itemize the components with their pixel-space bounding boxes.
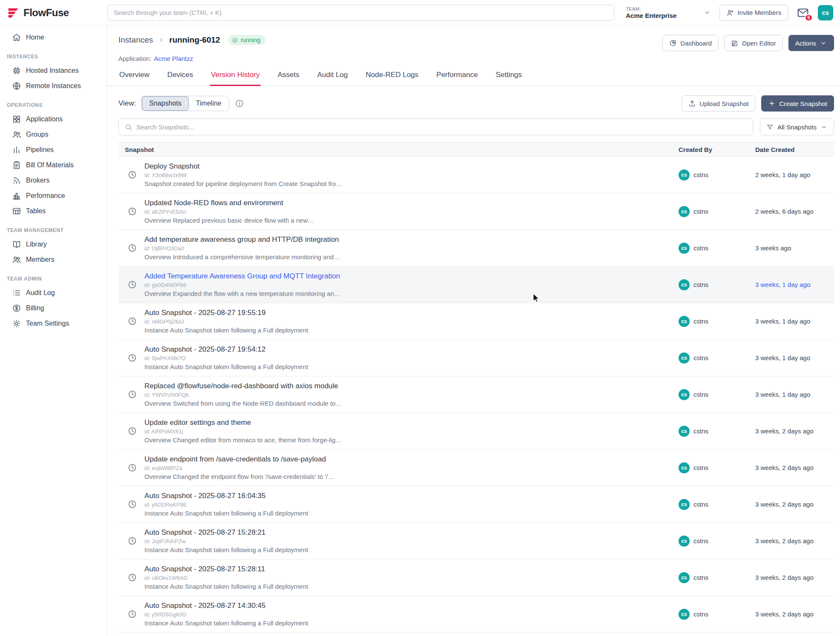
sidebar-section-title: INSTANCES — [0, 45, 107, 63]
chart-pie-icon — [669, 39, 677, 47]
global-search-input[interactable] — [107, 5, 614, 21]
snapshot-title[interactable]: Updated Node-RED flows and environment — [144, 199, 314, 207]
snapshot-title[interactable]: Replaced @flowfuse/node-red-dashboard wi… — [144, 382, 342, 390]
upload-snapshot-button[interactable]: Upload Snapshot — [682, 95, 755, 112]
sidebar-item-members[interactable]: Members — [0, 252, 107, 267]
author-name: cstns — [693, 610, 708, 618]
sidebar-item-billing[interactable]: Billing — [0, 301, 107, 316]
breadcrumb-instances-link[interactable]: Instances — [118, 35, 153, 45]
snapshot-title[interactable]: Auto Snapshot - 2025-08-27 19:55:19 — [144, 309, 308, 317]
snapshot-title[interactable]: Auto Snapshot - 2025-08-27 19:54:12 — [144, 345, 308, 354]
team-selector[interactable]: TEAM: Acme Enterprise — [626, 6, 711, 19]
sidebar-item-groups[interactable]: Groups — [0, 127, 107, 142]
sidebar-item-pipelines[interactable]: Pipelines — [0, 142, 107, 158]
sidebar-item-library[interactable]: Library — [0, 237, 107, 252]
clock-icon — [127, 243, 137, 253]
snapshot-title[interactable]: Update endpoint from /save-credentials t… — [144, 455, 334, 464]
tab-version-history[interactable]: Version History — [210, 68, 260, 86]
snapshot-cell: Updated Node-RED flows and environmentid… — [118, 199, 679, 224]
sidebar-item-audit-log[interactable]: Audit Log — [0, 285, 107, 301]
sidebar-item-home[interactable]: Home — [0, 30, 107, 45]
chip-icon — [12, 66, 21, 75]
table-row[interactable]: Update editor settings and themeid: AlRP… — [118, 413, 834, 450]
dashboard-button[interactable]: Dashboard — [662, 35, 718, 51]
clock-icon — [127, 280, 137, 289]
chevron-right-icon — [157, 36, 165, 44]
sidebar: HomeINSTANCESHosted InstancesRemote Inst… — [0, 26, 107, 636]
table-row[interactable]: Auto Snapshot - 2025-08-27 16:04:35id: y… — [118, 486, 834, 523]
status-ring-icon — [232, 37, 238, 43]
date-created-cell: 3 weeks, 1 day ago — [755, 354, 834, 361]
table-row[interactable]: Add temperature awareness group and HTTP… — [118, 230, 834, 266]
snapshot-title[interactable]: Auto Snapshot - 2025-08-27 15:28:11 — [144, 565, 308, 573]
snapshot-title[interactable]: Added Temperature Awareness Group and MQ… — [144, 272, 340, 281]
author-avatar: cs — [679, 316, 690, 327]
snapshot-cell: Update editor settings and themeid: AlRP… — [118, 418, 679, 444]
snapshot-filter-dropdown[interactable]: All Snapshots — [760, 118, 834, 135]
flowfuse-logo[interactable]: FlowFuse — [7, 6, 107, 19]
table-row[interactable]: Updated Node-RED flows and environmentid… — [118, 193, 834, 230]
sidebar-item-remote-instances[interactable]: Remote Instances — [0, 78, 107, 94]
view-segment-timeline[interactable]: Timeline — [189, 96, 229, 111]
sidebar-item-performance[interactable]: Performance — [0, 188, 107, 203]
snapshot-title[interactable]: Update editor settings and theme — [144, 418, 342, 427]
snapshot-title[interactable]: Add temperature awareness group and HTTP… — [144, 235, 340, 244]
info-icon[interactable] — [235, 99, 244, 108]
table-row[interactable]: Auto Snapshot - 2025-08-27 15:28:21id: J… — [118, 523, 834, 559]
view-segment-snapshots[interactable]: Snapshots — [142, 96, 189, 111]
snapshot-search-input[interactable] — [136, 123, 747, 131]
sidebar-item-brokers[interactable]: Brokers — [0, 173, 107, 188]
dashboard-button-label: Dashboard — [680, 40, 711, 47]
tab-performance[interactable]: Performance — [435, 68, 478, 86]
invite-members-button[interactable]: Invite Members — [719, 5, 788, 21]
author-avatar: cs — [679, 462, 690, 473]
snapshot-cell: Deploy Snapshotid: X3o6Bw1k9WSnapshot cr… — [118, 162, 679, 187]
tab-audit-log[interactable]: Audit Log — [316, 68, 349, 86]
open-editor-button[interactable]: Open Editor — [724, 35, 783, 51]
snapshot-info: Auto Snapshot - 2025-08-27 19:54:12id: 0… — [144, 345, 308, 370]
tab-assets[interactable]: Assets — [277, 68, 300, 86]
notifications-button[interactable]: 5 — [797, 6, 809, 19]
date-created-cell: 3 weeks, 2 days ago — [755, 610, 834, 618]
clock-icon — [127, 170, 137, 180]
clock-icon — [127, 316, 137, 326]
sidebar-item-applications[interactable]: Applications — [0, 112, 107, 127]
table-row[interactable]: Auto Snapshot - 2025-08-27 19:54:12id: 0… — [118, 340, 834, 376]
sidebar-item-tables[interactable]: Tables — [0, 203, 107, 219]
snapshot-title[interactable]: Auto Snapshot - 2025-08-27 14:30:45 — [144, 602, 308, 610]
sidebar-item-team-settings[interactable]: Team Settings — [0, 316, 107, 331]
table-row[interactable]: Auto Snapshot - 2025-08-27 19:55:19id: n… — [118, 303, 834, 340]
snapshot-title[interactable]: Deploy Snapshot — [144, 162, 342, 171]
actions-button[interactable]: Actions — [788, 35, 834, 51]
table-row[interactable]: Replaced @flowfuse/node-red-dashboard wi… — [118, 376, 834, 413]
create-snapshot-button[interactable]: Create Snapshot — [761, 95, 834, 112]
snapshot-description: Instance Auto Snapshot taken following a… — [144, 583, 308, 590]
snapshot-info: Added Temperature Awareness Group and MQ… — [144, 272, 340, 297]
snapshot-id: id: oBOkv1W6AG — [144, 575, 308, 581]
snapshot-title[interactable]: Auto Snapshot - 2025-08-27 15:28:21 — [144, 528, 308, 537]
clipboard-icon — [12, 160, 21, 170]
team-label: TEAM: — [626, 6, 676, 11]
sidebar-item-hosted-instances[interactable]: Hosted Instances — [0, 63, 107, 78]
table-row[interactable]: Auto Snapshot - 2025-08-27 14:30:45id: y… — [118, 596, 834, 633]
tab-node-red-logs[interactable]: Node-RED Logs — [365, 68, 420, 86]
table-row[interactable]: Update endpoint from /save-credentials t… — [118, 450, 834, 486]
tab-devices[interactable]: Devices — [167, 68, 194, 86]
snapshot-title[interactable]: Auto Snapshot - 2025-08-27 16:04:35 — [144, 492, 308, 500]
tab-overview[interactable]: Overview — [118, 68, 150, 86]
table-row[interactable]: Add HTTP endpoint for saving credentials… — [118, 633, 834, 636]
author-avatar: cs — [679, 536, 690, 547]
snapshot-description: Overview Replaced previous basic device … — [144, 217, 314, 224]
user-avatar[interactable]: cs — [818, 5, 833, 20]
clock-icon — [127, 390, 137, 399]
snapshot-id: id: 0jwPAXMk7O — [144, 355, 308, 361]
tab-settings[interactable]: Settings — [495, 68, 523, 86]
table-row[interactable]: Deploy Snapshotid: X3o6Bw1k9WSnapshot cr… — [118, 157, 834, 193]
sidebar-item-bill-of-materials[interactable]: Bill Of Materials — [0, 158, 107, 173]
application-link[interactable]: Acme Plantzz — [154, 55, 193, 62]
table-row[interactable]: Added Temperature Awareness Group and MQ… — [118, 266, 834, 303]
snapshot-description: Overview Introduced a comprehensive temp… — [144, 253, 340, 261]
clock-icon — [127, 353, 137, 363]
snapshot-description: Snapshot created for pipeline deployment… — [144, 180, 342, 187]
table-row[interactable]: Auto Snapshot - 2025-08-27 15:28:11id: o… — [118, 559, 834, 596]
